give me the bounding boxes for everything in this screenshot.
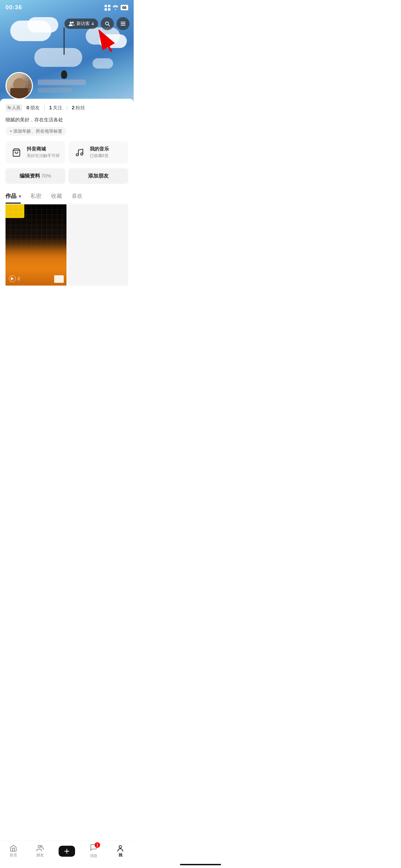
- content-tabs: 作品 ▾ 私密 收藏 喜欢: [5, 189, 128, 204]
- wifi-icon: [112, 5, 119, 10]
- svg-point-4: [70, 22, 72, 24]
- cloud-decoration: [27, 17, 58, 33]
- feature-cards-row: 抖音商城 美好生活触手可得 我的音乐 已收藏6首: [5, 141, 128, 164]
- shop-title: 抖音商城: [27, 146, 60, 152]
- add-tag-button[interactable]: + 添加年龄、所在地等标签: [5, 127, 66, 136]
- tab-private[interactable]: 私密: [31, 189, 41, 203]
- tab-favorites[interactable]: 收藏: [51, 189, 62, 203]
- mic-decoration: [61, 70, 67, 79]
- shop-subtitle: 美好生活触手可得: [27, 153, 60, 159]
- status-icons: 66: [105, 5, 128, 11]
- svg-rect-3: [108, 8, 110, 11]
- user-tag: fe 人员: [5, 104, 22, 111]
- tab-likes[interactable]: 喜欢: [72, 189, 83, 203]
- mic-stand: [64, 27, 65, 55]
- avatar[interactable]: [5, 72, 33, 99]
- search-icon: [104, 21, 110, 27]
- header-actions: 新访客 4: [64, 17, 130, 30]
- menu-button[interactable]: [117, 17, 130, 30]
- cloud-decoration: [93, 58, 113, 69]
- video-grid: 2: [5, 204, 128, 286]
- play-icon: [9, 275, 16, 282]
- music-icon: [73, 146, 86, 159]
- menu-icon: [120, 21, 126, 27]
- svg-point-5: [72, 22, 74, 23]
- status-bar: 00:36 66: [0, 0, 134, 15]
- visitor-badge[interactable]: 新访客 4: [64, 19, 98, 29]
- search-button[interactable]: [101, 17, 114, 30]
- music-subtitle: 已收藏6首: [90, 153, 123, 159]
- video-thumbnail[interactable]: 2: [5, 204, 66, 286]
- battery-level: 66: [121, 5, 128, 10]
- bio-text: 细腻的美好，存在生活各处: [5, 116, 128, 123]
- visitors-icon: [69, 21, 75, 26]
- bottom-spacer: [5, 286, 128, 316]
- music-title: 我的音乐: [90, 146, 123, 152]
- cover-area: 新访客 4: [0, 0, 134, 103]
- edit-profile-button[interactable]: 编辑资料 70%: [5, 168, 65, 184]
- grid-icon: [105, 5, 110, 11]
- video-play-info: 2: [9, 275, 20, 282]
- following-stat[interactable]: 1 关注: [49, 105, 62, 111]
- cloud-decoration: [34, 48, 82, 67]
- status-time: 00:36: [5, 4, 22, 11]
- video-empty-slot: [67, 204, 128, 286]
- edit-progress: 70%: [41, 173, 51, 179]
- svg-rect-0: [105, 5, 107, 7]
- content-area: fe 人员 0 朋友 | 1 关注 | 2 粉丝 细腻的美好，存在生活各处 + …: [0, 99, 134, 316]
- shop-icon: [10, 146, 23, 159]
- video-overlay-block: [54, 275, 64, 283]
- svg-point-10: [81, 153, 83, 155]
- svg-point-9: [76, 154, 78, 156]
- cover-name-area: [38, 80, 86, 93]
- friends-stat[interactable]: 0 朋友: [26, 105, 39, 111]
- svg-rect-2: [105, 8, 107, 11]
- shop-card[interactable]: 抖音商城 美好生活触手可得: [5, 141, 65, 164]
- svg-rect-1: [108, 5, 110, 7]
- music-card[interactable]: 我的音乐 已收藏6首: [69, 141, 128, 164]
- tab-works[interactable]: 作品 ▾: [5, 189, 21, 203]
- add-friend-button[interactable]: 添加朋友: [69, 168, 128, 184]
- tab-arrow-icon: ▾: [19, 194, 21, 199]
- stats-row: fe 人员 0 朋友 | 1 关注 | 2 粉丝: [5, 104, 128, 111]
- action-buttons-row: 编辑资料 70% 添加朋友: [5, 168, 128, 184]
- fans-stat[interactable]: 2 粉丝: [72, 105, 85, 111]
